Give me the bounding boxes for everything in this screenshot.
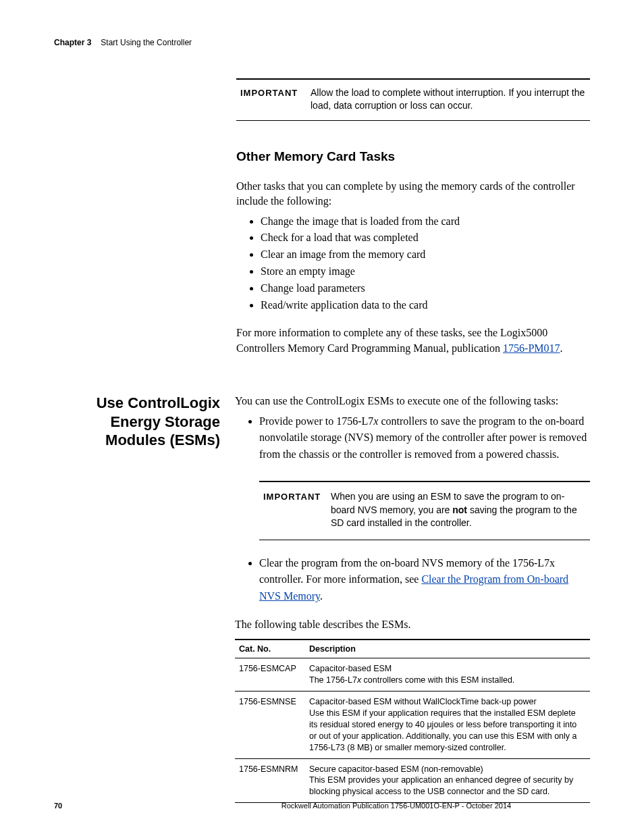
esm-section: Use ControlLogix Energy Storage Modules …: [54, 394, 590, 803]
page-footer: 70 Rockwell Automation Publication 1756-…: [54, 802, 590, 810]
list-item: Change load parameters: [261, 280, 590, 297]
memory-intro: Other tasks that you can complete by usi…: [236, 179, 590, 209]
callout-label: IMPORTANT: [240, 86, 311, 112]
list-item: Clear the program from the on-board NVS …: [259, 555, 590, 605]
table-row: 1756-ESMCAP Capacitor-based ESM The 1756…: [235, 658, 590, 692]
memory-task-list: Change the image that is loaded from the…: [236, 213, 590, 314]
memory-outro: For more information to complete any of …: [236, 325, 590, 356]
table-intro: The following table describes the ESMs.: [235, 617, 590, 632]
publication-id: Rockwell Automation Publication 1756-UM0…: [203, 802, 590, 810]
text: Use this ESM if your application require…: [309, 708, 577, 752]
text-bold: not: [452, 504, 467, 515]
table-row: 1756-ESMNSE Capacitor-based ESM without …: [235, 692, 590, 758]
esm-table: Cat. No. Description 1756-ESMCAP Capacit…: [235, 639, 590, 803]
esm-intro: You can use the ControlLogix ESMs to exe…: [235, 394, 590, 409]
table-row: 1756-ESMNRM Secure capacitor-based ESM (…: [235, 758, 590, 803]
cell-desc: Capacitor-based ESM without WallClockTim…: [305, 692, 590, 758]
side-heading-esm: Use ControlLogix Energy Storage Modules …: [54, 394, 235, 450]
text: This ESM provides your application an en…: [309, 775, 573, 796]
section-heading-memory: Other Memory Card Tasks: [236, 149, 590, 164]
text: .: [320, 590, 323, 602]
publication-link[interactable]: 1756-PM017: [503, 342, 560, 354]
callout-text: Allow the load to complete without inter…: [311, 86, 586, 112]
running-header: Chapter 3 Start Using the Controller: [54, 38, 590, 47]
top-content: IMPORTANT Allow the load to complete wit…: [236, 78, 590, 356]
cell-desc: Secure capacitor-based ESM (non-removabl…: [305, 758, 590, 803]
table-header-row: Cat. No. Description: [235, 640, 590, 658]
list-item: Read/write application data to the card: [261, 297, 590, 314]
text: For more information to complete any of …: [236, 327, 547, 353]
important-callout-2: IMPORTANT When you are using an ESM to s…: [259, 481, 590, 540]
text: Secure capacitor-based ESM (non-removabl…: [309, 764, 483, 774]
list-item: Store an empty image: [261, 263, 590, 280]
list-item: Provide power to 1756-L7x controllers to…: [259, 413, 590, 463]
text: The 1756-L7: [309, 675, 357, 685]
chapter-title: Start Using the Controller: [101, 38, 192, 47]
list-item: Check for a load that was completed: [261, 230, 590, 246]
esm-list-2: Clear the program from the on-board NVS …: [235, 555, 590, 605]
list-item: Change the image that is loaded from the…: [261, 213, 590, 230]
cell-cat: 1756-ESMCAP: [235, 658, 305, 692]
text: .: [560, 342, 563, 354]
cell-cat: 1756-ESMNRM: [235, 758, 305, 803]
cell-desc: Capacitor-based ESM The 1756-L7x control…: [305, 658, 590, 692]
important-callout-1: IMPORTANT Allow the load to complete wit…: [236, 78, 590, 121]
text: Provide power to 1756-L7: [259, 415, 373, 427]
list-item: Clear an image from the memory card: [261, 246, 590, 263]
col-description: Description: [305, 640, 590, 658]
text: controllers come with this ESM installed…: [361, 675, 514, 685]
col-cat-no: Cat. No.: [235, 640, 305, 658]
callout-label: IMPORTANT: [263, 490, 331, 530]
callout-text: When you are using an ESM to save the pr…: [331, 490, 586, 530]
cell-cat: 1756-ESMNSE: [235, 692, 305, 758]
chapter-number: Chapter 3: [54, 38, 91, 47]
esm-body: You can use the ControlLogix ESMs to exe…: [235, 394, 590, 803]
text: Capacitor-based ESM: [309, 664, 392, 673]
text: Capacitor-based ESM without WallClockTim…: [309, 697, 537, 706]
esm-list-1: Provide power to 1756-L7x controllers to…: [235, 413, 590, 463]
document-page: Chapter 3 Start Using the Controller IMP…: [0, 0, 644, 834]
